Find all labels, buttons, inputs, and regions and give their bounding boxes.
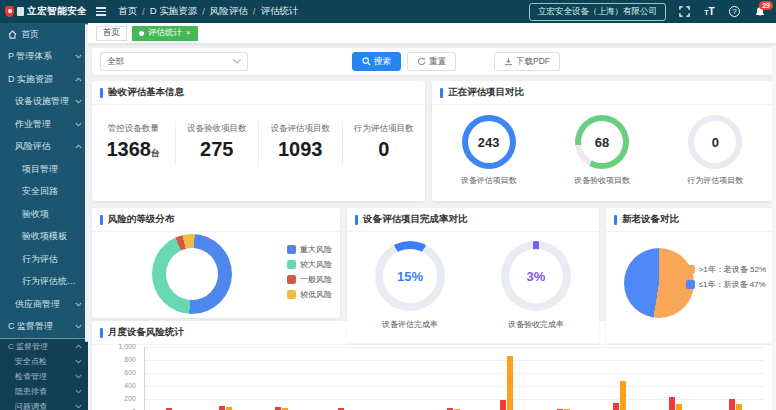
chevron-down-icon: [75, 302, 82, 307]
card-basic-info: 验收评估基本信息 管控设备数量 1368台设备验收项目数 275设备评估项目数 …: [92, 81, 425, 201]
download-pdf-button[interactable]: 下载PDF: [494, 52, 560, 71]
sidebar-item-7[interactable]: 安全回路: [0, 181, 88, 204]
tab-0[interactable]: 首页: [96, 26, 127, 41]
y-axis-tick: 600: [100, 369, 136, 376]
card-in-progress-title: 正在评估项目对比: [432, 81, 772, 105]
sidebar: 首页P 管理体系D 实施资源设备设施管理作业管理风险评估项目管理安全回路验收项验…: [0, 23, 88, 410]
company-button[interactable]: 立宏安全设备（上海）有限公司: [529, 3, 666, 21]
topbar-actions: 立宏安全设备（上海）有限公司 TT ? 29: [529, 3, 776, 21]
sidebar-scrollbar[interactable]: [85, 24, 88, 342]
chevron-down-icon: [75, 359, 82, 364]
completion-gauge-0: 15% 设备评估完成率: [360, 241, 460, 330]
y-axis-tick: 1,000: [100, 343, 136, 350]
bar-orange[interactable]: [507, 356, 513, 410]
chevron-down-icon: [75, 122, 82, 127]
chevron-down-icon: [75, 389, 82, 394]
bar-red[interactable]: [219, 406, 225, 410]
font-size-icon[interactable]: TT: [703, 5, 716, 18]
risk-legend-item-2[interactable]: 一般风险: [287, 274, 332, 285]
bar-group-2023-10: [144, 347, 200, 410]
chevron-up-icon: [75, 144, 82, 149]
legend-swatch: [287, 260, 296, 269]
newold-legend-item-1[interactable]: ≤1年：新设备 47%: [686, 279, 766, 290]
sidebar-item-6[interactable]: 项目管理: [0, 158, 88, 181]
active-tab-dot: [139, 31, 144, 36]
bar-orange[interactable]: [736, 404, 742, 410]
risk-legend-item-3[interactable]: 较低风险: [287, 289, 332, 300]
sidebar-item-1[interactable]: P 管理体系: [0, 46, 88, 69]
chevron-down-icon: [233, 59, 241, 64]
download-icon: [504, 57, 513, 66]
bar-red[interactable]: [500, 400, 506, 410]
stat-0: 管控设备数量 1368台: [92, 121, 176, 166]
notifications-bell-icon[interactable]: 29: [753, 5, 766, 18]
sidebar-item-13[interactable]: C 监督管理: [0, 316, 88, 339]
stat-2: 设备评估项目数 1093: [259, 121, 343, 166]
sidebar-item-8[interactable]: 验收项: [0, 203, 88, 226]
tab-close-icon[interactable]: ×: [186, 29, 191, 37]
fullscreen-icon[interactable]: [678, 5, 691, 18]
bars-area: [144, 347, 764, 410]
sidebar-item-3[interactable]: 设备设施管理: [0, 91, 88, 114]
progress-donut-2: 0 行为评估项目数: [670, 115, 760, 186]
sidebar-item-2[interactable]: D 实施资源: [0, 68, 88, 91]
y-axis-tick: 800: [100, 356, 136, 363]
stat-value: 0: [343, 138, 426, 164]
card-basic-info-title: 验收评估基本信息: [92, 81, 425, 105]
breadcrumb-item[interactable]: 首页: [118, 5, 137, 18]
risk-donut-chart: [152, 234, 232, 314]
tab-1[interactable]: 评估统计×: [132, 26, 198, 41]
bar-red[interactable]: [669, 397, 675, 410]
card-new-old-devices-title: 新老设备对比: [606, 208, 772, 232]
chevron-down-icon: [75, 404, 82, 409]
sidebar-item-2[interactable]: 检查管理: [0, 369, 88, 384]
sidebar-item-10[interactable]: 行为评估: [0, 248, 88, 271]
sidebar-item-11[interactable]: 行为评估统…: [0, 271, 88, 294]
breadcrumb: 首页/D 实施资源/风险评估/评估统计: [118, 5, 298, 18]
filter-select-value: 全部: [107, 56, 124, 68]
breadcrumb-item[interactable]: 风险评估: [210, 5, 248, 18]
tags-view-bar: 首页评估统计×: [88, 23, 776, 44]
completion-gauge-1: 3% 设备验收完成率: [486, 241, 586, 330]
reset-button[interactable]: 重置: [407, 52, 456, 71]
bar-orange[interactable]: [676, 404, 682, 410]
sidebar-item-9[interactable]: 验收项模板: [0, 226, 88, 249]
risk-legend-item-0[interactable]: 重大风险: [287, 244, 332, 255]
y-axis-tick: 200: [100, 395, 136, 402]
filter-select[interactable]: 全部: [100, 52, 248, 71]
risk-legend-item-1[interactable]: 较大风险: [287, 259, 332, 270]
sidebar-item-0[interactable]: 首页: [0, 23, 88, 46]
home-icon: [8, 30, 17, 39]
legend-swatch: [287, 290, 296, 299]
new-old-pie-chart: [624, 248, 694, 318]
sidebar-item-12[interactable]: 供应商管理: [0, 293, 88, 316]
page-scrollbar[interactable]: [772, 46, 776, 410]
card-completion-rate-title: 设备评估项目完成率对比: [347, 208, 599, 232]
bar-group-2024-06: [595, 347, 651, 410]
logo-seal-icon: [17, 7, 24, 16]
bar-red[interactable]: [729, 399, 735, 410]
breadcrumb-item[interactable]: 评估统计: [260, 5, 298, 18]
breadcrumb-item[interactable]: D 实施资源: [150, 5, 198, 18]
help-icon[interactable]: ?: [728, 5, 741, 18]
sidebar-item-5[interactable]: 风险评估: [0, 136, 88, 159]
bar-orange[interactable]: [620, 381, 626, 410]
card-risk-levels-title: 风险的等级分布: [92, 208, 340, 232]
stat-1: 设备验收项目数 275: [176, 121, 260, 166]
sidebar-item-4[interactable]: 作业管理: [0, 113, 88, 136]
stat-value: 275: [176, 138, 259, 164]
sidebar-collapse-icon[interactable]: [96, 7, 106, 16]
search-button[interactable]: 搜索: [352, 52, 401, 71]
newold-legend-item-0[interactable]: >1年：老设备 52%: [686, 264, 766, 275]
notification-badge: 29: [759, 1, 773, 10]
chevron-down-icon: [75, 374, 82, 379]
sidebar-item-0[interactable]: C 监督管理: [0, 339, 88, 354]
breadcrumb-separator: /: [253, 6, 256, 17]
legend-swatch: [287, 245, 296, 254]
app-title: 立宏智能安全: [27, 5, 87, 18]
bar-red[interactable]: [613, 403, 619, 410]
sidebar-item-1[interactable]: 安全点检: [0, 354, 88, 369]
sidebar-item-3[interactable]: 隐患排查: [0, 384, 88, 399]
logo-shield-icon: [5, 6, 14, 17]
sidebar-item-4[interactable]: 问题调查: [0, 399, 88, 410]
